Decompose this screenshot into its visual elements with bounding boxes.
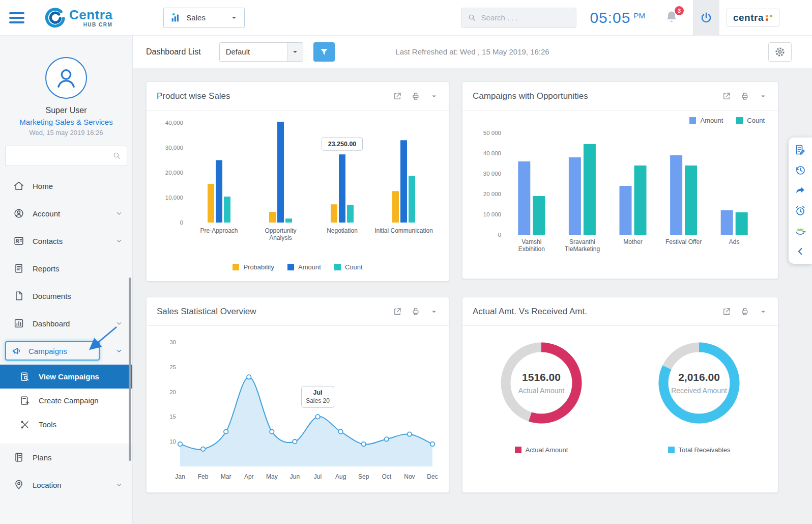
svg-text:VamshiExbihition: VamshiExbihition	[518, 238, 545, 253]
sidebar-search-input[interactable]	[11, 152, 112, 160]
card-title: Product wise Sales	[157, 91, 230, 101]
sidebar-scrollbar[interactable]	[129, 278, 131, 461]
chevron-down-icon[interactable]	[759, 92, 768, 101]
open-external-icon[interactable]	[722, 307, 731, 316]
create-campaign-icon	[19, 395, 31, 406]
sidebar-search[interactable]	[5, 146, 127, 166]
collapse-dock-icon[interactable]	[794, 245, 806, 258]
card-title: Campaigns with Opportunities	[473, 91, 588, 101]
clock-period: PM	[633, 11, 645, 20]
location-icon	[13, 479, 24, 490]
print-icon[interactable]	[740, 92, 749, 101]
donut-ring	[653, 337, 745, 429]
power-icon	[700, 11, 713, 24]
card-campaigns-with-opportunities: Campaigns with Opportunities AmountCount…	[462, 81, 778, 279]
legend-label: Total Receivables	[679, 446, 731, 454]
legend-swatch	[736, 117, 743, 124]
svg-text:30 000: 30 000	[483, 171, 501, 177]
svg-text:Aug: Aug	[335, 473, 346, 480]
reminder-icon[interactable]	[794, 205, 806, 217]
svg-text:Jan: Jan	[175, 473, 185, 480]
open-external-icon[interactable]	[393, 307, 402, 316]
sales-module-icon	[170, 12, 181, 23]
chevron-down-icon	[115, 347, 123, 355]
global-search-input[interactable]	[481, 13, 570, 22]
svg-text:Feb: Feb	[198, 473, 209, 480]
chevron-down-icon[interactable]	[429, 307, 439, 316]
filter-button[interactable]	[313, 42, 335, 62]
global-search[interactable]	[461, 8, 576, 28]
legend-item-amount[interactable]: Amount	[689, 117, 723, 124]
chart-legend: ProbabilityAmountCount	[157, 263, 439, 271]
dashboard-selector-value: Default	[220, 47, 287, 56]
card-actual-vs-received: Actual Amt. Vs Received Amt. 1516.00Actu…	[462, 297, 778, 493]
chevron-down-icon[interactable]	[429, 92, 439, 101]
legend-item-probability[interactable]: Probability	[233, 263, 274, 271]
legend-label: Probability	[243, 263, 274, 271]
history-icon[interactable]	[794, 164, 806, 176]
legend-label: Amount	[298, 263, 321, 271]
print-icon[interactable]	[740, 307, 749, 316]
settings-button[interactable]	[768, 42, 792, 62]
print-icon[interactable]	[411, 307, 420, 316]
chart-legend: AmountCount	[473, 112, 768, 127]
svg-text:10: 10	[169, 438, 176, 445]
sidebar-item-dashboard[interactable]: Dashboard	[0, 310, 132, 337]
print-icon[interactable]	[411, 92, 420, 101]
chevron-down-icon	[115, 237, 123, 245]
svg-text:Sep: Sep	[358, 473, 369, 480]
dashboard-icon	[13, 318, 24, 329]
svg-text:50 000: 50 000	[483, 130, 501, 136]
sidebar-item-label: View Campaigns	[39, 372, 99, 381]
open-external-icon[interactable]	[722, 92, 731, 101]
sidebar-item-create-campaign[interactable]: Create Campaign	[0, 389, 132, 412]
dashboard-selector[interactable]: Default	[219, 42, 303, 62]
logo-swirl-icon	[44, 7, 66, 29]
module-selector[interactable]: Sales	[163, 8, 245, 28]
campaigns-highlight-box: Campaigns	[5, 341, 100, 361]
sidebar-item-label: Tools	[39, 420, 56, 429]
legend-item-count[interactable]: Count	[736, 117, 765, 124]
sidebar-item-tools[interactable]: Tools	[0, 412, 132, 436]
card-title: Actual Amt. Vs Received Amt.	[473, 307, 587, 317]
svg-text:Jul: Jul	[313, 389, 323, 396]
legend-swatch	[233, 264, 239, 270]
sidebar-item-view-campaigns[interactable]: View Campaigns	[0, 365, 132, 389]
svg-text:20,000: 20,000	[165, 170, 183, 176]
share-icon[interactable]	[794, 184, 806, 197]
user-datetime: Wed, 15 may 2019 16:26	[0, 129, 132, 136]
svg-text:Mar: Mar	[221, 473, 231, 480]
svg-text:Oct: Oct	[382, 473, 391, 480]
view-360-icon[interactable]: 360	[794, 225, 806, 237]
logout-button[interactable]	[693, 0, 719, 35]
chevron-down-icon	[115, 319, 123, 327]
chevron-down-icon[interactable]	[759, 307, 768, 316]
documents-icon	[13, 290, 24, 301]
svg-text:30: 30	[169, 339, 176, 345]
sidebar-item-campaigns[interactable]: Campaigns	[0, 337, 132, 365]
centra-brand-logo: centra	[727, 9, 779, 27]
module-selector-value: Sales	[186, 13, 225, 22]
sidebar-item-account[interactable]: Account	[0, 200, 132, 227]
legend-item-amount[interactable]: Amount	[287, 263, 321, 271]
svg-text:Sales 20: Sales 20	[306, 397, 330, 404]
legend-label: Count	[345, 263, 363, 271]
sidebar-item-home[interactable]: Home	[0, 172, 132, 200]
legend-item-count[interactable]: Count	[334, 263, 363, 271]
notifications-button[interactable]: 3	[664, 10, 680, 26]
svg-text:40,000: 40,000	[165, 120, 183, 126]
menu-icon[interactable]	[9, 12, 24, 23]
activity-log-icon[interactable]	[794, 144, 806, 156]
avatar[interactable]	[45, 57, 87, 99]
sidebar-item-reports[interactable]: Reports	[0, 255, 132, 282]
legend-item-total-receivables[interactable]: Total Receivables	[668, 446, 731, 454]
sidebar-item-label: Create Campaign	[39, 396, 99, 405]
sidebar-item-documents[interactable]: Documents	[0, 282, 132, 310]
legend-item-actual-amount[interactable]: Actual Amount	[515, 446, 568, 454]
sidebar-item-plans[interactable]: Plans	[0, 444, 132, 471]
open-external-icon[interactable]	[393, 92, 402, 101]
sidebar-item-location[interactable]: Location	[0, 471, 132, 499]
sidebar-item-contacts[interactable]: Contacts	[0, 227, 132, 255]
legend-swatch	[287, 264, 294, 270]
product-wise-sales-plot: 010,00020,00030,00040,000Pre-ApproachOpp…	[157, 115, 440, 259]
